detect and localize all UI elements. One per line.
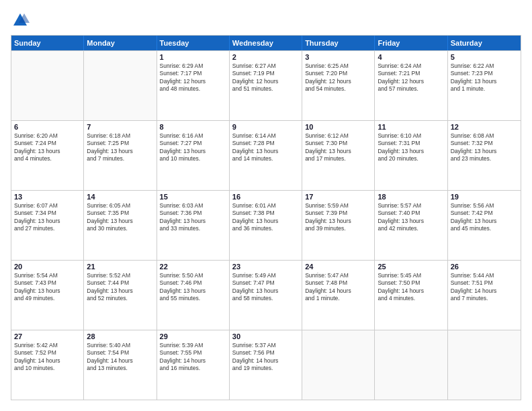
day-info: Sunrise: 6:25 AM Sunset: 7:20 PM Dayligh… [305, 62, 371, 93]
day-number: 20 [14, 263, 81, 271]
day-cell-5: 5Sunrise: 6:22 AM Sunset: 7:23 PM Daylig… [448, 51, 521, 120]
day-number: 8 [160, 123, 226, 131]
weekday-header-monday: Monday [84, 36, 157, 50]
calendar-row-4: 27Sunrise: 5:42 AM Sunset: 7:52 PM Dayli… [11, 330, 521, 400]
day-number: 15 [160, 193, 226, 201]
empty-cell [84, 51, 157, 120]
day-cell-21: 21Sunrise: 5:52 AM Sunset: 7:44 PM Dayli… [84, 261, 157, 330]
day-number: 6 [14, 123, 81, 131]
day-number: 25 [378, 263, 444, 271]
day-info: Sunrise: 5:50 AM Sunset: 7:46 PM Dayligh… [160, 272, 226, 303]
day-cell-6: 6Sunrise: 6:20 AM Sunset: 7:24 PM Daylig… [11, 121, 84, 190]
day-cell-19: 19Sunrise: 5:56 AM Sunset: 7:42 PM Dayli… [448, 191, 521, 260]
empty-cell [448, 330, 521, 400]
calendar: SundayMondayTuesdayWednesdayThursdayFrid… [11, 35, 521, 400]
day-cell-7: 7Sunrise: 6:18 AM Sunset: 7:25 PM Daylig… [84, 121, 157, 190]
page: SundayMondayTuesdayWednesdayThursdayFrid… [0, 0, 532, 411]
day-cell-3: 3Sunrise: 6:25 AM Sunset: 7:20 PM Daylig… [302, 51, 375, 120]
day-number: 24 [305, 263, 371, 271]
day-number: 16 [232, 193, 299, 201]
day-info: Sunrise: 6:27 AM Sunset: 7:19 PM Dayligh… [232, 62, 299, 93]
day-number: 3 [305, 53, 371, 61]
day-info: Sunrise: 6:05 AM Sunset: 7:35 PM Dayligh… [87, 202, 153, 233]
day-info: Sunrise: 5:59 AM Sunset: 7:39 PM Dayligh… [305, 202, 371, 233]
day-info: Sunrise: 6:07 AM Sunset: 7:34 PM Dayligh… [14, 202, 81, 233]
day-info: Sunrise: 6:08 AM Sunset: 7:32 PM Dayligh… [451, 132, 518, 163]
day-info: Sunrise: 5:47 AM Sunset: 7:48 PM Dayligh… [305, 272, 371, 303]
weekday-header-friday: Friday [375, 36, 447, 50]
day-info: Sunrise: 5:52 AM Sunset: 7:44 PM Dayligh… [87, 272, 153, 303]
day-cell-26: 26Sunrise: 5:44 AM Sunset: 7:51 PM Dayli… [448, 261, 521, 330]
day-cell-20: 20Sunrise: 5:54 AM Sunset: 7:43 PM Dayli… [11, 261, 84, 330]
day-number: 17 [305, 193, 371, 201]
day-number: 26 [451, 263, 518, 271]
calendar-header: SundayMondayTuesdayWednesdayThursdayFrid… [11, 36, 521, 50]
calendar-row-3: 20Sunrise: 5:54 AM Sunset: 7:43 PM Dayli… [11, 260, 521, 330]
empty-cell [375, 330, 447, 400]
day-info: Sunrise: 6:12 AM Sunset: 7:30 PM Dayligh… [305, 132, 371, 163]
day-info: Sunrise: 5:44 AM Sunset: 7:51 PM Dayligh… [451, 272, 518, 303]
weekday-header-thursday: Thursday [302, 36, 375, 50]
day-info: Sunrise: 6:24 AM Sunset: 7:21 PM Dayligh… [378, 62, 444, 93]
calendar-row-2: 13Sunrise: 6:07 AM Sunset: 7:34 PM Dayli… [11, 190, 521, 260]
day-info: Sunrise: 5:42 AM Sunset: 7:52 PM Dayligh… [14, 342, 81, 373]
day-cell-22: 22Sunrise: 5:50 AM Sunset: 7:46 PM Dayli… [157, 261, 230, 330]
day-cell-23: 23Sunrise: 5:49 AM Sunset: 7:47 PM Dayli… [230, 261, 302, 330]
weekday-header-tuesday: Tuesday [157, 36, 230, 50]
day-cell-24: 24Sunrise: 5:47 AM Sunset: 7:48 PM Dayli… [302, 261, 375, 330]
day-number: 21 [87, 263, 153, 271]
day-cell-2: 2Sunrise: 6:27 AM Sunset: 7:19 PM Daylig… [230, 51, 302, 120]
day-number: 5 [451, 53, 518, 61]
day-cell-1: 1Sunrise: 6:29 AM Sunset: 7:17 PM Daylig… [157, 51, 230, 120]
day-number: 30 [232, 332, 299, 340]
day-cell-18: 18Sunrise: 5:57 AM Sunset: 7:40 PM Dayli… [375, 191, 447, 260]
day-info: Sunrise: 5:56 AM Sunset: 7:42 PM Dayligh… [451, 202, 518, 233]
day-info: Sunrise: 5:54 AM Sunset: 7:43 PM Dayligh… [14, 272, 81, 303]
day-info: Sunrise: 6:22 AM Sunset: 7:23 PM Dayligh… [451, 62, 518, 93]
day-cell-10: 10Sunrise: 6:12 AM Sunset: 7:30 PM Dayli… [302, 121, 375, 190]
day-number: 2 [232, 53, 299, 61]
day-cell-12: 12Sunrise: 6:08 AM Sunset: 7:32 PM Dayli… [448, 121, 521, 190]
day-number: 9 [232, 123, 299, 131]
day-cell-29: 29Sunrise: 5:39 AM Sunset: 7:55 PM Dayli… [157, 330, 230, 400]
day-number: 10 [305, 123, 371, 131]
day-number: 4 [378, 53, 444, 61]
day-info: Sunrise: 5:39 AM Sunset: 7:55 PM Dayligh… [160, 342, 226, 373]
day-number: 14 [87, 193, 153, 201]
header [11, 11, 521, 30]
day-info: Sunrise: 6:14 AM Sunset: 7:28 PM Dayligh… [232, 132, 299, 163]
day-cell-17: 17Sunrise: 5:59 AM Sunset: 7:39 PM Dayli… [302, 191, 375, 260]
day-cell-11: 11Sunrise: 6:10 AM Sunset: 7:31 PM Dayli… [375, 121, 447, 190]
day-number: 12 [451, 123, 518, 131]
calendar-row-0: 1Sunrise: 6:29 AM Sunset: 7:17 PM Daylig… [11, 50, 521, 120]
day-info: Sunrise: 5:49 AM Sunset: 7:47 PM Dayligh… [232, 272, 299, 303]
logo-icon [11, 11, 30, 30]
day-cell-4: 4Sunrise: 6:24 AM Sunset: 7:21 PM Daylig… [375, 51, 447, 120]
day-cell-14: 14Sunrise: 6:05 AM Sunset: 7:35 PM Dayli… [84, 191, 157, 260]
day-cell-9: 9Sunrise: 6:14 AM Sunset: 7:28 PM Daylig… [230, 121, 302, 190]
weekday-header-wednesday: Wednesday [230, 36, 302, 50]
day-number: 23 [232, 263, 299, 271]
calendar-row-1: 6Sunrise: 6:20 AM Sunset: 7:24 PM Daylig… [11, 120, 521, 190]
day-cell-8: 8Sunrise: 6:16 AM Sunset: 7:27 PM Daylig… [157, 121, 230, 190]
calendar-body: 1Sunrise: 6:29 AM Sunset: 7:17 PM Daylig… [11, 50, 521, 400]
day-number: 19 [451, 193, 518, 201]
day-info: Sunrise: 5:57 AM Sunset: 7:40 PM Dayligh… [378, 202, 444, 233]
day-info: Sunrise: 6:29 AM Sunset: 7:17 PM Dayligh… [160, 62, 226, 93]
day-info: Sunrise: 6:18 AM Sunset: 7:25 PM Dayligh… [87, 132, 153, 163]
logo [11, 11, 32, 30]
day-number: 28 [87, 332, 153, 340]
day-number: 7 [87, 123, 153, 131]
day-info: Sunrise: 6:10 AM Sunset: 7:31 PM Dayligh… [378, 132, 444, 163]
day-cell-27: 27Sunrise: 5:42 AM Sunset: 7:52 PM Dayli… [11, 330, 84, 400]
day-cell-13: 13Sunrise: 6:07 AM Sunset: 7:34 PM Dayli… [11, 191, 84, 260]
day-info: Sunrise: 5:40 AM Sunset: 7:54 PM Dayligh… [87, 342, 153, 373]
weekday-header-saturday: Saturday [448, 36, 521, 50]
day-cell-28: 28Sunrise: 5:40 AM Sunset: 7:54 PM Dayli… [84, 330, 157, 400]
day-number: 13 [14, 193, 81, 201]
day-info: Sunrise: 6:03 AM Sunset: 7:36 PM Dayligh… [160, 202, 226, 233]
day-number: 11 [378, 123, 444, 131]
day-cell-25: 25Sunrise: 5:45 AM Sunset: 7:50 PM Dayli… [375, 261, 447, 330]
day-info: Sunrise: 5:37 AM Sunset: 7:56 PM Dayligh… [232, 342, 299, 373]
day-info: Sunrise: 5:45 AM Sunset: 7:50 PM Dayligh… [378, 272, 444, 303]
